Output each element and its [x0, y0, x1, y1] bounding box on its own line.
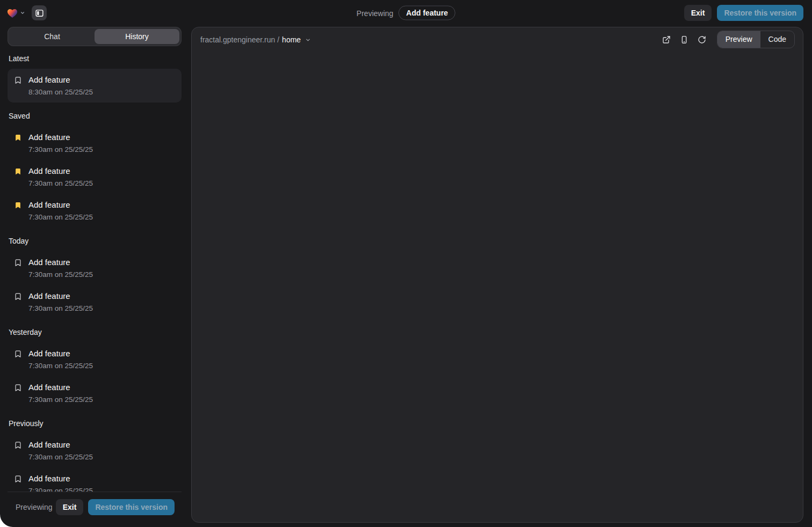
- view-mode-switcher: PreviewCode: [717, 31, 795, 48]
- history-item-timestamp: 7:30am on 25/25/25: [28, 361, 93, 371]
- history-item-title: Add feature: [28, 199, 93, 211]
- history-item-title: Add feature: [28, 473, 93, 485]
- version-name-badge[interactable]: Add feature: [398, 6, 455, 20]
- tab-history[interactable]: History: [95, 29, 179, 44]
- history-item-timestamp: 7:30am on 25/25/25: [28, 212, 93, 222]
- history-item-title: Add feature: [28, 290, 93, 302]
- refresh-icon: [698, 35, 706, 44]
- bookmark-filled-icon: [14, 201, 23, 222]
- history-item-timestamp: 7:30am on 25/25/25: [28, 486, 93, 492]
- history-section-saved: Saved Add feature 7:30am on 25/25/25 Add…: [8, 111, 182, 228]
- bookmark-outline-icon: [14, 441, 23, 462]
- footer-restore-version-button[interactable]: Restore this version: [88, 499, 175, 515]
- footer-exit-button[interactable]: Exit: [56, 499, 84, 515]
- content-area: ChatHistory Latest Add feature 8:30am on…: [0, 26, 812, 527]
- bookmark-outline-icon: [14, 292, 23, 313]
- history-item-title: Add feature: [28, 348, 93, 360]
- preview-panel-header: fractal.gptengineer.run / home: [192, 27, 803, 52]
- history-item-timestamp: 7:30am on 25/25/25: [28, 178, 93, 188]
- sidebar-footer: Previewing Exit Restore this version: [8, 492, 182, 523]
- open-external-icon: [662, 35, 671, 44]
- bookmark-filled-icon: [14, 167, 23, 188]
- history-section-title: Latest: [9, 54, 180, 63]
- view-tab-code[interactable]: Code: [760, 31, 794, 48]
- preview-panel: fractal.gptengineer.run / home: [191, 27, 803, 523]
- footer-previewing-label: Previewing: [16, 503, 52, 511]
- url-domain: fractal.gptengineer.run /: [200, 35, 279, 44]
- history-item-timestamp: 7:30am on 25/25/25: [28, 452, 93, 462]
- previewing-status-label: Previewing: [357, 9, 393, 17]
- history-section-previously: Previously Add feature 7:30am on 25/25/2…: [8, 419, 182, 492]
- history-item-timestamp: 7:30am on 25/25/25: [28, 269, 93, 280]
- chevron-down-icon: [305, 37, 311, 43]
- history-item-title: Add feature: [28, 131, 93, 143]
- history-item-timestamp: 7:30am on 25/25/25: [28, 144, 93, 155]
- mobile-preview-button[interactable]: [677, 33, 691, 47]
- history-item[interactable]: Add feature 7:30am on 25/25/25: [8, 285, 182, 319]
- history-sidebar: ChatHistory Latest Add feature 8:30am on…: [8, 27, 182, 523]
- view-tab-preview[interactable]: Preview: [717, 31, 760, 48]
- mobile-preview-icon: [680, 35, 688, 44]
- history-section-today: Today Add feature 7:30am on 25/25/25 Add…: [8, 236, 182, 319]
- bookmark-outline-icon: [14, 384, 23, 405]
- history-item[interactable]: Add feature 7:30am on 25/25/25: [8, 467, 182, 492]
- url-route-selector[interactable]: fractal.gptengineer.run / home: [200, 35, 311, 44]
- history-item-title: Add feature: [28, 382, 93, 393]
- history-item[interactable]: Add feature 7:30am on 25/25/25: [8, 342, 182, 376]
- panel-left-icon: [35, 9, 44, 18]
- history-list: Latest Add feature 8:30am on 25/25/25 Sa…: [8, 46, 182, 492]
- exit-button[interactable]: Exit: [684, 5, 712, 21]
- history-item[interactable]: Add feature 7:30am on 25/25/25: [8, 194, 182, 228]
- history-item-title: Add feature: [28, 165, 93, 177]
- history-item[interactable]: Add feature 7:30am on 25/25/25: [8, 126, 182, 160]
- history-item-title: Add feature: [28, 439, 93, 451]
- bookmark-outline-icon: [14, 76, 23, 97]
- history-item[interactable]: Add feature 7:30am on 25/25/25: [8, 376, 182, 410]
- history-section-yesterday: Yesterday Add feature 7:30am on 25/25/25…: [8, 327, 182, 410]
- restore-version-button[interactable]: Restore this version: [717, 5, 803, 21]
- history-item[interactable]: Add feature 8:30am on 25/25/25: [8, 69, 182, 103]
- history-item-timestamp: 7:30am on 25/25/25: [28, 394, 93, 405]
- app-window: Previewing Add feature Exit Restore this…: [0, 0, 812, 527]
- history-section-latest: Latest Add feature 8:30am on 25/25/25: [8, 54, 182, 103]
- history-item-timestamp: 8:30am on 25/25/25: [28, 87, 93, 97]
- sidebar-toggle-button[interactable]: [32, 5, 47, 20]
- bookmark-outline-icon: [14, 475, 23, 492]
- tab-chat[interactable]: Chat: [10, 29, 95, 44]
- bookmark-filled-icon: [14, 134, 23, 155]
- history-section-title: Saved: [9, 111, 180, 121]
- chevron-down-icon: [20, 10, 25, 16]
- preview-viewport[interactable]: [192, 52, 803, 522]
- history-item-title: Add feature: [28, 74, 93, 86]
- bookmark-outline-icon: [14, 259, 23, 280]
- bookmark-outline-icon: [14, 350, 23, 371]
- history-section-title: Previously: [9, 419, 180, 428]
- history-item[interactable]: Add feature 7:30am on 25/25/25: [8, 160, 182, 194]
- history-item[interactable]: Add feature 7:30am on 25/25/25: [8, 434, 182, 467]
- history-item-timestamp: 7:30am on 25/25/25: [28, 303, 93, 313]
- lovable-heart-logo-icon: [6, 8, 18, 18]
- workspace-menu[interactable]: [6, 8, 25, 18]
- history-item-title: Add feature: [28, 257, 93, 268]
- refresh-button[interactable]: [695, 33, 709, 47]
- history-section-title: Yesterday: [9, 327, 180, 337]
- sidebar-tab-switcher: ChatHistory: [8, 27, 182, 46]
- history-section-title: Today: [9, 236, 180, 246]
- url-route: home: [282, 35, 301, 44]
- open-external-button[interactable]: [659, 33, 673, 47]
- history-item[interactable]: Add feature 7:30am on 25/25/25: [8, 251, 182, 285]
- top-bar: Previewing Add feature Exit Restore this…: [0, 0, 812, 26]
